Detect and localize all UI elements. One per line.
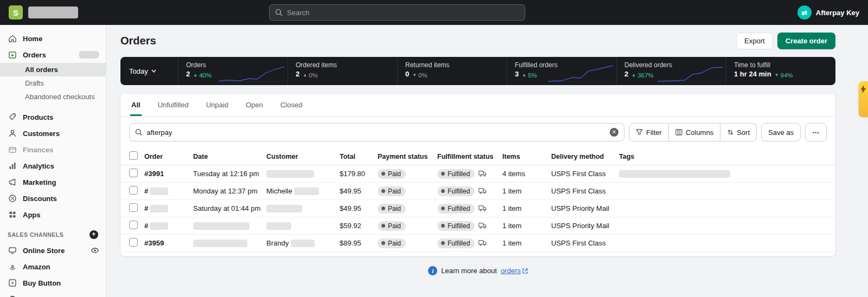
sidebar-item-abandoned-checkouts[interactable]: Abandoned checkouts	[0, 90, 106, 104]
sidebar-item-facebook[interactable]: f Facebook	[0, 291, 106, 297]
sidebar-item-discounts[interactable]: Discounts	[0, 190, 106, 206]
row-checkbox[interactable]	[129, 169, 138, 177]
sidebar-item-home[interactable]: Home	[0, 30, 106, 47]
orders-search[interactable]: ✕	[129, 123, 624, 141]
clear-search-icon[interactable]: ✕	[610, 128, 618, 137]
global-search-input[interactable]	[287, 9, 519, 17]
orders-search-input[interactable]	[146, 128, 605, 137]
redacted-date	[193, 222, 250, 230]
column-header-items[interactable]: Items	[502, 153, 551, 160]
customer-name: Brandy	[266, 239, 289, 247]
sidebar-item-label: Online Store	[23, 247, 65, 255]
sidebar-item-products[interactable]: Products	[0, 109, 106, 125]
topbar-left: S	[9, 5, 269, 20]
lightning-bolt-icon	[860, 85, 866, 93]
more-actions-button[interactable]: ⋯	[805, 123, 827, 141]
row-checkbox[interactable]	[129, 203, 138, 212]
order-items-count: 1 item	[502, 222, 551, 230]
orders-icon	[8, 50, 17, 60]
sidebar-item-finances[interactable]: Finances	[0, 141, 106, 158]
sidebar-item-label: Discounts	[23, 195, 57, 203]
fulfillment-status-badge: Fulfilled	[437, 204, 475, 214]
order-number[interactable]: #	[144, 187, 148, 195]
edge-quick-access-tab[interactable]	[859, 81, 868, 117]
sidebar-item-label: Finances	[23, 146, 53, 154]
sidebar-item-label: Products	[23, 113, 53, 121]
column-header-date[interactable]: Date	[193, 153, 266, 160]
sidebar-item-marketing[interactable]: Marketing	[0, 174, 106, 190]
table-row[interactable]: # $59.92 Paid Fulfilled 1 item USPS Prio…	[120, 217, 835, 235]
metric-value: 0	[405, 70, 409, 78]
redacted-order-number	[150, 188, 168, 195]
sidebar-item-orders[interactable]: Orders	[0, 47, 106, 63]
status-dot-icon	[381, 241, 385, 245]
column-header-fulfillment-status[interactable]: Fulfillment status	[437, 153, 502, 160]
create-order-button[interactable]: Create order	[777, 33, 835, 49]
column-header-order[interactable]: Order	[144, 153, 193, 160]
columns-button[interactable]: Columns	[669, 123, 720, 141]
sidebar-item-online-store[interactable]: Online Store	[0, 242, 106, 259]
tab-unpaid[interactable]: Unpaid	[205, 94, 229, 116]
date-range-dropdown[interactable]: Today	[120, 57, 178, 85]
filter-button[interactable]: Filter	[629, 123, 669, 141]
column-header-tags[interactable]: Tags	[619, 153, 827, 160]
tab-unfulfilled[interactable]: Unfulfilled	[157, 94, 190, 116]
sidebar-item-analytics[interactable]: Analytics	[0, 158, 106, 174]
tab-closed[interactable]: Closed	[279, 94, 303, 116]
help-text: Learn more about	[441, 267, 497, 275]
sort-button[interactable]: Sort	[720, 123, 757, 141]
sidebar-item-customers[interactable]: Customers	[0, 125, 106, 141]
sidebar-item-amazon[interactable]: a Amazon	[0, 259, 106, 275]
column-header-delivery-method[interactable]: Delivery method	[551, 153, 619, 160]
search-icon	[135, 128, 142, 136]
redacted-customer	[266, 170, 314, 178]
truck-icon	[478, 205, 487, 211]
afterpay-key-button[interactable]: ⇄ Afterpay Key	[797, 5, 859, 20]
select-all-checkbox[interactable]	[129, 151, 138, 160]
save-as-button[interactable]: Save as	[761, 123, 801, 141]
shopify-logo-icon[interactable]: S	[9, 5, 23, 20]
sidebar-item-buy-button[interactable]: Buy Button	[0, 275, 106, 291]
view-online-store-icon[interactable]	[91, 246, 99, 255]
tab-open[interactable]: Open	[245, 94, 264, 116]
order-number[interactable]: #3959	[144, 239, 164, 247]
column-header-total[interactable]: Total	[340, 153, 378, 160]
tab-all[interactable]: All	[130, 94, 142, 116]
order-number[interactable]: #	[144, 204, 148, 212]
orders-help-link[interactable]: orders	[501, 267, 528, 275]
metric-delta: ▼94%	[775, 72, 793, 79]
table-row[interactable]: #3959 Brandy $89.95 Paid Fulfilled 1 ite…	[120, 235, 835, 252]
order-number[interactable]: #3991	[144, 170, 164, 178]
date-range-label: Today	[129, 67, 148, 75]
row-checkbox[interactable]	[129, 186, 138, 195]
table-header: Order Date Customer Total Payment status…	[120, 148, 835, 165]
payment-status-badge: Paid	[378, 221, 406, 231]
afterpay-icon: ⇄	[797, 5, 812, 20]
column-header-customer[interactable]: Customer	[266, 153, 340, 160]
row-checkbox[interactable]	[129, 221, 138, 229]
order-number[interactable]: #	[144, 222, 148, 230]
sidebar-item-all-orders[interactable]: All orders	[0, 63, 106, 76]
delivery-method: USPS First Class	[551, 239, 619, 247]
home-icon	[8, 34, 17, 43]
analytics-icon	[8, 161, 17, 171]
sidebar-item-drafts[interactable]: Drafts	[0, 76, 106, 90]
sidebar-item-label: All orders	[25, 66, 58, 74]
order-total: $59.92	[340, 222, 378, 230]
main-content: Orders Export Create order Today Orders …	[106, 25, 868, 297]
table-row[interactable]: # Monday at 12:37 pm Michelle $49.95 Pai…	[120, 183, 835, 200]
add-sales-channel-icon[interactable]: +	[90, 230, 98, 239]
column-header-payment-status[interactable]: Payment status	[378, 153, 437, 160]
metric-returned-items: Returned items 0▼0%	[397, 57, 507, 85]
sidebar-item-apps[interactable]: Apps	[0, 206, 106, 223]
global-search[interactable]	[269, 4, 525, 21]
metric-fulfilled-orders: Fulfilled orders 3▲5%	[507, 57, 616, 85]
export-button[interactable]: Export	[736, 33, 773, 49]
columns-icon	[675, 129, 682, 135]
search-icon	[275, 9, 283, 16]
table-row[interactable]: #3991 Tuesday at 12:16 pm $179.80 Paid F…	[120, 165, 835, 183]
table-row[interactable]: # Saturday at 01:44 pm $49.95 Paid Fulfi…	[120, 200, 835, 217]
row-checkbox[interactable]	[129, 238, 138, 247]
status-dot-icon	[381, 224, 385, 228]
online-store-icon	[8, 246, 17, 255]
